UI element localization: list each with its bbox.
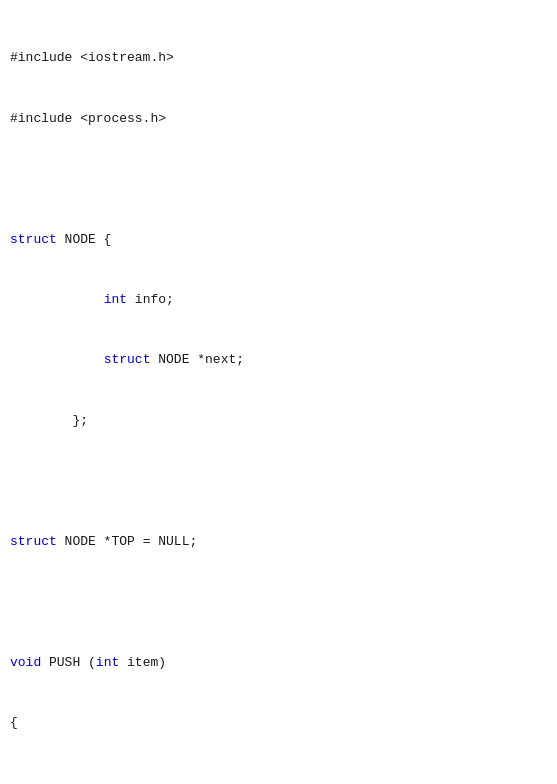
line-11: void PUSH (int item) (10, 653, 547, 673)
line-9: struct NODE *TOP = NULL; (10, 532, 547, 552)
line-13 (10, 773, 547, 784)
line-10 (10, 592, 547, 612)
line-8 (10, 471, 547, 491)
line-2: #include <process.h> (10, 109, 547, 129)
line-4: struct NODE { (10, 230, 547, 250)
line-6: struct NODE *next; (10, 350, 547, 370)
line-1: #include <iostream.h> (10, 48, 547, 68)
line-7: }; (10, 411, 547, 431)
line-5: int info; (10, 290, 547, 310)
code-editor: #include <iostream.h> #include <process.… (0, 0, 557, 784)
line-12: { (10, 713, 547, 733)
line-3 (10, 169, 547, 189)
